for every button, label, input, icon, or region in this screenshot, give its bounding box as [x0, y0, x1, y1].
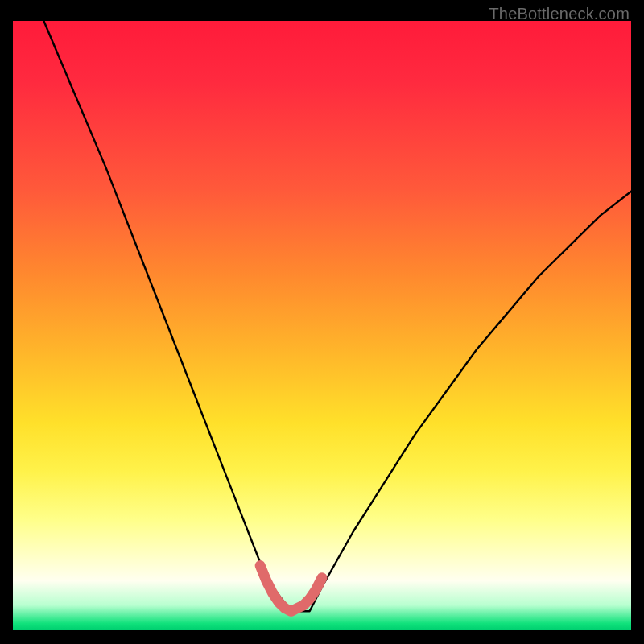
watermark-label: TheBottleneck.com: [489, 5, 630, 23]
plot-area: [13, 21, 631, 630]
bottleneck-curve-svg: [13, 21, 631, 630]
curve-group: [43, 21, 631, 611]
bottleneck-curve-path: [43, 21, 631, 611]
chart-frame: TheBottleneck.com: [0, 0, 644, 644]
